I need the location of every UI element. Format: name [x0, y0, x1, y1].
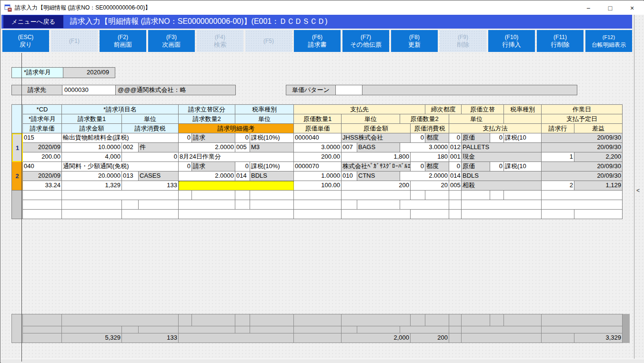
grid-cell[interactable]: 002 [122, 143, 139, 152]
grid-cell[interactable]: BDLS [462, 171, 542, 181]
grid-cell[interactable]: 件 [139, 143, 179, 152]
fnkey-f8-button[interactable]: (F8)更新 [391, 30, 438, 52]
grid-cell[interactable] [23, 210, 62, 219]
grid-cell[interactable] [179, 200, 235, 210]
grid-cell[interactable]: 1,329 [62, 181, 122, 191]
billing-month-value[interactable]: 2020/09 [63, 67, 115, 78]
grid-cell[interactable]: 010 [342, 171, 357, 181]
grid-cell[interactable]: 20/09/30 [542, 162, 623, 171]
grid-cell[interactable]: 株式会社ﾍﾟｶﾞｻｽｸﾞﾛｰﾊﾞﾙｴｸｽ [342, 162, 411, 171]
grid-cell[interactable]: 2 [542, 181, 574, 191]
grid-cell[interactable]: 2,200 [574, 152, 623, 162]
grid-cell[interactable] [62, 210, 122, 219]
grid-cell[interactable]: 005 [449, 181, 462, 191]
grid-cell[interactable]: 014 [235, 171, 250, 181]
grid-cell[interactable]: 3.0000 [400, 143, 449, 152]
grid-cell[interactable] [139, 200, 179, 210]
grid-cell[interactable] [122, 200, 139, 210]
grid-cell[interactable] [542, 200, 623, 210]
grid-cell[interactable]: 課税(10%) [250, 162, 294, 171]
grid-cell[interactable]: BDLS [250, 171, 294, 181]
grid-cell[interactable]: 007 [342, 143, 357, 152]
grid-cell[interactable]: 0 [179, 162, 192, 171]
grid-cell[interactable]: 0 [235, 162, 250, 171]
grid-cell[interactable]: M3 [250, 143, 294, 152]
grid-cell[interactable]: CTNS [357, 171, 400, 181]
grid-cell[interactable]: 輸出貨物船積料金(課税) [62, 133, 179, 143]
grid-cell[interactable] [294, 200, 342, 210]
grid-cell[interactable]: 2020/09 [23, 143, 62, 152]
grid-cell[interactable] [342, 210, 411, 219]
grid-cell[interactable]: 015 [23, 133, 62, 143]
grid-cell[interactable]: 1,800 [342, 152, 411, 162]
totals-scrollbar[interactable] [623, 314, 630, 343]
grid-cell[interactable]: 0 [490, 133, 504, 143]
fnkey-f11-button[interactable]: (F11)行削除 [537, 30, 584, 52]
fnkey-f6-button[interactable]: (F6)請求書 [294, 30, 341, 52]
grid-cell[interactable]: 8月24日作業分 [179, 152, 294, 162]
grid-cell[interactable]: 現金 [462, 152, 542, 162]
grid-cell[interactable]: JHSS株式会社 [342, 133, 411, 143]
fnkey-esc-button[interactable]: (ESC)戻り [2, 30, 49, 52]
active-cell[interactable] [179, 181, 294, 191]
grid-cell[interactable]: 2.0000 [179, 143, 235, 152]
close-button[interactable]: × [621, 1, 643, 15]
grid-cell[interactable]: 2020/09 [23, 171, 62, 181]
grid-cell[interactable]: 0 [235, 133, 250, 143]
minimize-button[interactable]: − [577, 1, 599, 15]
grid-cell[interactable]: 2.0000 [179, 171, 235, 181]
grid-cell[interactable] [235, 191, 250, 200]
grid-cell[interactable]: 0 [449, 162, 462, 171]
grid-cell[interactable]: 200 [342, 181, 411, 191]
grid-cell[interactable] [542, 210, 574, 219]
grid-cell[interactable] [122, 210, 179, 219]
grid-cell[interactable]: 20.0000 [62, 171, 122, 181]
grid-cell[interactable]: 0000040 [294, 133, 342, 143]
grid-cell[interactable] [449, 200, 462, 210]
grid-cell[interactable] [294, 210, 342, 219]
grid-cell[interactable]: 請求 [192, 133, 235, 143]
unit-price-pattern-input[interactable] [335, 85, 362, 95]
grid-cell[interactable]: 請求 [192, 162, 235, 171]
grid-cell[interactable]: 014 [449, 171, 462, 181]
grid-cell[interactable]: 012 [449, 143, 462, 152]
grid-cell[interactable]: 0 [179, 133, 192, 143]
grid-cell[interactable] [62, 191, 179, 200]
grid-cell[interactable]: 3.0000 [294, 143, 342, 152]
grid-cell[interactable] [250, 200, 294, 210]
grid-cell[interactable] [574, 210, 623, 219]
grid-cell[interactable]: 1,129 [574, 181, 623, 191]
fnkey-f2-button[interactable]: (F2)前画面 [100, 30, 146, 52]
grid-cell[interactable]: BAGS [357, 143, 400, 152]
grid-cell[interactable]: PALLETS [462, 143, 542, 152]
grid-cell[interactable] [23, 200, 62, 210]
grid-cell[interactable] [462, 200, 542, 210]
grid-cell[interactable] [462, 210, 542, 219]
grid-cell[interactable]: 133 [122, 181, 179, 191]
grid-cell[interactable]: 原価 [462, 133, 490, 143]
grid-cell[interactable]: 課税(10%) [250, 133, 294, 143]
grid-cell[interactable]: 相殺 [462, 181, 542, 191]
grid-cell[interactable]: 0 [411, 133, 425, 143]
fnkey-f3-button[interactable]: (F3)次画面 [148, 30, 195, 52]
grid-cell[interactable]: 都度 [425, 133, 449, 143]
grid-cell[interactable]: 2.0000 [400, 171, 449, 181]
grid-cell[interactable] [490, 191, 504, 200]
grid-cell[interactable] [23, 191, 62, 200]
grid-cell[interactable]: 0 [490, 162, 504, 171]
grid-cell[interactable]: 005 [235, 143, 250, 152]
grid-cell[interactable]: 通関料・少額通関(免税) [62, 162, 179, 171]
grid-cell[interactable]: 0 [411, 162, 425, 171]
grid-cell[interactable] [462, 191, 490, 200]
grid-cell[interactable]: 課税(10 [504, 162, 542, 171]
grid-cell[interactable] [357, 200, 400, 210]
grid-cell[interactable]: 課税(10 [504, 133, 542, 143]
grid-cell[interactable]: 100.00 [294, 181, 342, 191]
grid-cell[interactable] [192, 191, 235, 200]
grid-cell[interactable] [179, 210, 294, 219]
customer-code-input[interactable]: 0000030 [62, 85, 116, 95]
menu-back-button[interactable]: メニューへ戻る [3, 15, 63, 28]
grid-cell[interactable]: 20/09/30 [542, 171, 623, 181]
grid-cell[interactable] [342, 191, 411, 200]
grid-cell[interactable]: 200.00 [294, 152, 342, 162]
